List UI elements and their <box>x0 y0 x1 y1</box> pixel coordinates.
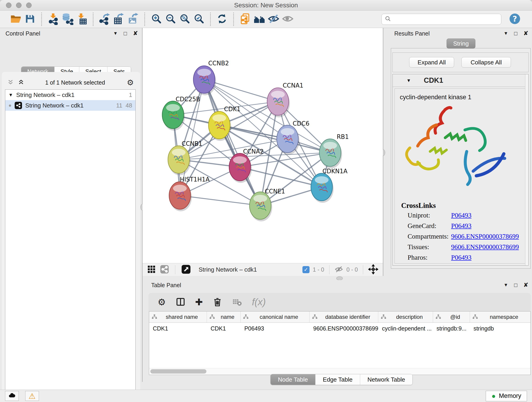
crosslink-row: Compartments: 9606.ENSP00000378699 <box>408 233 522 243</box>
pan-mode-button[interactable] <box>368 264 378 275</box>
show-selected-button[interactable] <box>281 12 295 26</box>
expand-all-icon[interactable] <box>7 78 14 87</box>
panel-close-icon[interactable]: ✘ <box>523 281 528 288</box>
network-edge-count: 48 <box>126 102 132 109</box>
zoom-in-button[interactable] <box>149 12 163 26</box>
zoom-selected-button[interactable] <box>192 12 206 26</box>
cell-shared-name[interactable]: CDK1 <box>149 325 207 332</box>
save-session-button[interactable] <box>23 12 37 26</box>
tab-string[interactable]: String <box>447 38 475 49</box>
column-header[interactable]: @id <box>433 312 470 322</box>
table-row[interactable]: CDK1 CDK1 P06493 9606.ENSP00000378699 cy… <box>149 323 530 334</box>
column-header[interactable]: canonical name <box>241 312 310 322</box>
network-view-mode-button[interactable] <box>160 265 169 274</box>
collapse-all-icon[interactable] <box>17 78 25 87</box>
crosslink-link[interactable]: P06493 <box>451 254 472 264</box>
node-attribute-icon <box>472 314 478 320</box>
vertical-scrollbar[interactable] <box>525 74 528 265</box>
svg-text:CCNB1: CCNB1 <box>182 140 202 147</box>
splitter-handle[interactable] <box>336 276 343 280</box>
export-network-button[interactable] <box>98 12 112 26</box>
import-network-file-button[interactable] <box>46 12 60 26</box>
import-network-database-button[interactable] <box>60 12 75 26</box>
column-header[interactable]: namespace <box>470 312 530 322</box>
refresh-button[interactable] <box>215 12 229 26</box>
network-tab-content: 1 of 1 Network selected ⚙ ▼ String Netwo… <box>2 72 140 402</box>
column-header[interactable]: shared name <box>149 312 207 322</box>
delete-column-button[interactable] <box>212 297 222 307</box>
birds-eye-view-button[interactable] <box>181 264 191 275</box>
table-options-gear-icon[interactable]: ⚙ <box>158 298 166 307</box>
export-image-button[interactable] <box>126 12 140 26</box>
zoom-fit-button[interactable] <box>177 12 192 26</box>
grid-view-button[interactable] <box>147 265 156 274</box>
selected-checkbox-icon[interactable]: ✓ <box>302 266 310 273</box>
cloud-button[interactable] <box>5 391 19 401</box>
add-column-button[interactable]: ✚ <box>195 298 203 307</box>
network-row[interactable]: ● String Network – cdk1 11 48 <box>5 100 135 111</box>
crosslink-link[interactable]: P06493 <box>451 211 472 222</box>
panel-float-icon[interactable]: □ <box>514 30 518 37</box>
panel-menu-icon[interactable]: ▼ <box>504 282 508 288</box>
cell-id[interactable]: stringdb:9... <box>433 325 470 332</box>
horizontal-scrollbar[interactable] <box>149 368 530 375</box>
network-canvas[interactable]: CCNB2CCNA1CDC25BCDK1CDC6RB1CCNB1CCNA2CDK… <box>143 28 383 263</box>
crosslink-link[interactable]: P06493 <box>451 222 472 233</box>
svg-text:HIST1H1A: HIST1H1A <box>180 176 210 183</box>
zoom-out-button[interactable] <box>163 12 177 26</box>
crosshair-icon <box>368 264 378 275</box>
panel-close-icon[interactable]: ✘ <box>523 30 528 37</box>
collapse-triangle-icon[interactable]: ▼ <box>8 92 13 98</box>
import-table-icon <box>75 13 88 26</box>
import-table-button[interactable] <box>75 12 89 26</box>
houses-button[interactable] <box>252 12 266 26</box>
tab-edge-table[interactable]: Edge Table <box>315 374 360 385</box>
gene-card-header[interactable]: ▼ CDK1 <box>393 74 528 87</box>
hide-selected-button[interactable] <box>266 12 281 26</box>
open-session-button[interactable] <box>9 12 23 26</box>
column-header[interactable]: description <box>378 312 433 322</box>
clone-network-button[interactable] <box>238 12 252 26</box>
trash-icon <box>212 297 222 307</box>
svg-text:CCNA2: CCNA2 <box>243 148 264 155</box>
expand-all-button[interactable]: Expand All <box>409 57 454 68</box>
panel-close-icon[interactable]: ✘ <box>133 30 138 37</box>
import-network-icon <box>47 13 59 26</box>
panel-menu-icon[interactable]: ▼ <box>504 31 508 36</box>
network-collection-row[interactable]: ▼ String Network – cdk1 1 <box>5 89 135 100</box>
scrollbar-thumb[interactable] <box>150 369 206 374</box>
cell-database-identifier[interactable]: 9606.ENSP00000378699 <box>310 325 378 332</box>
share-view-icon <box>160 265 169 274</box>
cell-namespace[interactable]: stringdb <box>470 325 530 332</box>
show-columns-button[interactable] <box>176 297 186 307</box>
warning-button[interactable]: ⚠ <box>25 391 39 401</box>
cell-name[interactable]: CDK1 <box>207 325 241 332</box>
column-header[interactable]: name <box>207 312 241 322</box>
cell-description[interactable]: cyclin-dependent ... <box>378 325 433 332</box>
zoom-out-icon <box>165 13 176 25</box>
column-header[interactable]: database identifier <box>310 312 378 322</box>
search-input[interactable] <box>391 16 498 23</box>
collapse-all-button[interactable]: Collapse All <box>462 57 511 68</box>
node-attribute-icon <box>209 314 215 320</box>
panel-float-icon[interactable]: □ <box>124 30 127 37</box>
export-table-button[interactable] <box>112 12 126 26</box>
crosslink-link[interactable]: 9606.ENSP00000378699 <box>451 233 519 243</box>
collapse-triangle-icon[interactable]: ▼ <box>406 78 411 83</box>
help-button[interactable]: ? <box>508 12 522 26</box>
search-box <box>381 14 501 25</box>
cell-canonical-name[interactable]: P06493 <box>241 325 310 332</box>
tab-node-table[interactable]: Node Table <box>271 374 315 385</box>
node-attribute-icon <box>380 314 386 320</box>
memory-button[interactable]: ● Memory <box>486 391 527 401</box>
panel-menu-icon[interactable]: ▼ <box>113 31 118 36</box>
panel-float-icon[interactable]: □ <box>514 282 518 288</box>
grid-icon <box>147 265 156 274</box>
network-options-gear-icon[interactable]: ⚙ <box>126 78 135 87</box>
toolbar-separator <box>329 265 329 274</box>
tab-network-table[interactable]: Network Table <box>360 374 412 385</box>
delete-table-button[interactable] <box>232 297 242 307</box>
function-builder-button[interactable]: f(x) <box>252 297 266 307</box>
crosslink-link[interactable]: 9606.ENSP00000378699 <box>451 243 519 254</box>
horizontal-splitter[interactable] <box>143 276 532 280</box>
